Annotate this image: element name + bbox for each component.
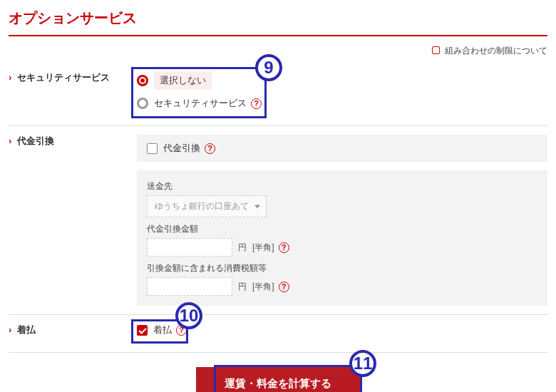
- amount-input[interactable]: [147, 238, 232, 257]
- combination-limit-label: 組み合わせの制限について: [445, 46, 547, 56]
- tax-input[interactable]: [147, 277, 232, 296]
- radio-security-none-label[interactable]: 選択しない: [154, 71, 212, 90]
- checkbox-chakubarai[interactable]: [137, 325, 148, 336]
- radio-security-none[interactable]: [137, 75, 148, 86]
- caret-icon: ›: [9, 135, 11, 146]
- section-title-chakubarai: › 着払: [9, 324, 137, 344]
- help-icon[interactable]: ?: [205, 143, 215, 154]
- external-link-icon: [432, 46, 440, 54]
- combination-limit-link[interactable]: 組み合わせの制限について: [432, 46, 547, 56]
- title-divider: [9, 35, 547, 36]
- remittance-label: 送金先: [147, 180, 537, 192]
- tax-label: 引換金額に含まれる消費税額等: [147, 262, 537, 274]
- amount-label: 代金引換金額: [147, 223, 537, 235]
- tax-note: [半角]: [252, 281, 274, 293]
- help-icon[interactable]: ?: [176, 325, 187, 336]
- checkbox-daibiki[interactable]: [147, 143, 158, 154]
- section-title-security: › セキュリティサービス: [9, 71, 137, 117]
- help-icon[interactable]: ?: [279, 282, 289, 292]
- radio-security-service[interactable]: [137, 98, 148, 109]
- section-title-daibiki: › 代金引換: [9, 135, 137, 306]
- tax-unit: 円: [238, 281, 247, 293]
- calculate-button[interactable]: 運賃・料金を計算する: [196, 367, 360, 392]
- help-icon[interactable]: ?: [251, 98, 262, 109]
- amount-note: [半角]: [252, 242, 274, 254]
- remittance-select[interactable]: ゆうちょ銀行の口座あて: [147, 195, 267, 217]
- page-title: オプションサービス: [9, 9, 547, 28]
- amount-unit: 円: [238, 242, 247, 254]
- help-icon[interactable]: ?: [279, 242, 289, 253]
- radio-security-service-label[interactable]: セキュリティサービス: [154, 97, 247, 110]
- checkbox-chakubarai-label[interactable]: 着払: [153, 324, 172, 336]
- caret-icon: ›: [9, 324, 11, 335]
- checkbox-daibiki-label[interactable]: 代金引換: [163, 142, 200, 155]
- caret-icon: ›: [9, 72, 11, 83]
